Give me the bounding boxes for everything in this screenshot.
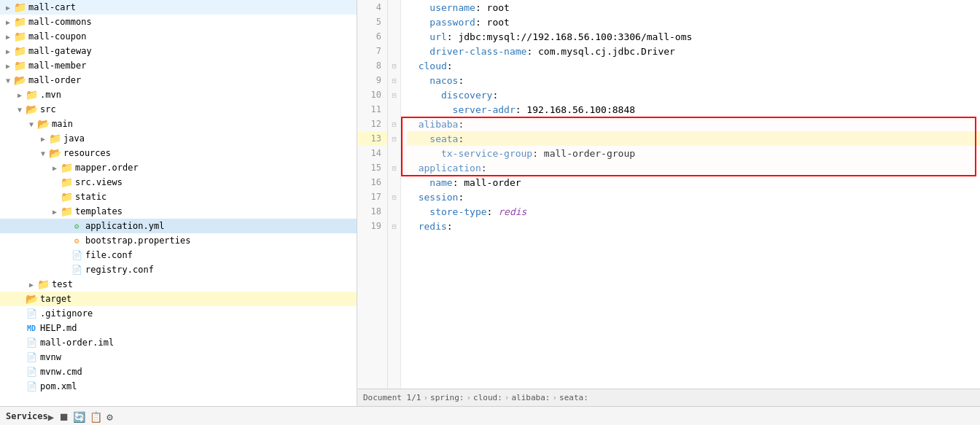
fold-cell (388, 15, 400, 29)
services-icons: ▶ ⏹ 🔄 📋 ⚙ (48, 411, 113, 423)
sidebar-item-pom-xml[interactable]: 📄 pom.xml (0, 379, 357, 394)
sidebar-item-label: file.conf (85, 250, 133, 260)
pom-file-icon: 📄 (25, 381, 38, 392)
breadcrumb-document: Document 1/1 (363, 393, 421, 402)
code-line-10: discovery: (407, 87, 980, 102)
fold-cell (388, 146, 400, 160)
code-line-4: username: root (407, 0, 980, 15)
breadcrumb-sep: › (423, 393, 428, 402)
sidebar-item-mall-order[interactable]: ▼ 📂 mall-order (0, 73, 357, 87)
sidebar-item-label: main (52, 119, 73, 129)
sidebar-item-label: mall-cart (28, 2, 76, 12)
expand-arrow: ▶ (26, 281, 36, 289)
code-line-8: cloud: (407, 58, 980, 73)
breadcrumb-sep: › (505, 393, 510, 402)
git-file-icon: 📄 (25, 308, 38, 319)
sidebar-item-label: .mvn (40, 90, 61, 100)
sidebar-item-main[interactable]: ▼ 📂 main (0, 117, 357, 131)
sidebar-item-label: test (52, 279, 73, 289)
service-icon-5: ⚙ (106, 411, 112, 423)
sidebar-item-mvn[interactable]: ▶ 📁 .mvn (0, 87, 357, 102)
fold-cell (388, 44, 400, 58)
line-num: 19 (357, 219, 387, 233)
mvnw-file-icon: 📄 (25, 351, 38, 363)
sidebar-item-label: target (40, 294, 71, 304)
sidebar-item-mvnw[interactable]: 📄 mvnw (0, 350, 357, 364)
fold-cell: ⊟ (388, 117, 400, 131)
code-line-7: driver-class-name: com.mysql.cj.jdbc.Dri… (407, 44, 980, 58)
fold-cell: ⊟ (388, 87, 400, 102)
sidebar-item-mall-gateway[interactable]: ▶ 📁 mall-gateway (0, 44, 357, 58)
folder-icon: 📁 (36, 278, 50, 290)
sidebar-item-file-conf[interactable]: 📄 file.conf (0, 248, 357, 262)
sidebar-item-label: src (40, 104, 56, 114)
iml-file-icon: 📄 (25, 337, 38, 348)
code-line-15: application: (407, 160, 980, 175)
sidebar-item-mapper-order[interactable]: ▶ 📁 mapper.order (0, 160, 357, 175)
sidebar-item-mall-order-iml[interactable]: 📄 mall-order.iml (0, 335, 357, 350)
sidebar-item-help-md[interactable]: MD HELP.md (0, 321, 357, 335)
folder-icon: 📁 (60, 206, 73, 217)
fold-cell: ⊟ (388, 73, 400, 87)
service-icon-4: 📋 (90, 411, 102, 423)
sidebar-item-label: mall-commons (28, 17, 92, 27)
line-numbers: 4 5 6 7 8 9 10 11 12 13 14 15 16 17 18 1… (357, 0, 388, 389)
expand-arrow: ▼ (15, 106, 25, 114)
sidebar-item-templates[interactable]: ▶ 📁 templates (0, 204, 357, 219)
folder-icon: 📂 (25, 293, 38, 305)
sidebar-item-label: mapper.order (75, 163, 139, 173)
props-file-icon: ⚙ (70, 235, 83, 246)
expand-arrow: ▶ (50, 164, 60, 172)
sidebar-item-mvnw-cmd[interactable]: 📄 mvnw.cmd (0, 364, 357, 379)
sidebar-item-test[interactable]: ▶ 📁 test (0, 277, 357, 292)
sidebar-item-label: java (63, 133, 85, 144)
code-line-18: store-type: redis (407, 204, 980, 219)
sidebar-item-mall-coupon[interactable]: ▶ 📁 mall-coupon (0, 29, 357, 44)
sidebar-item-src[interactable]: ▼ 📂 src (0, 102, 357, 117)
line-num: 17 (357, 190, 387, 204)
service-icon-3: 🔄 (73, 411, 85, 423)
code-line-5: password: root (407, 15, 980, 29)
expand-arrow: ▼ (26, 120, 36, 128)
sidebar-item-mall-member[interactable]: ▶ 📁 mall-member (0, 58, 357, 73)
sidebar-item-gitignore[interactable]: 📄 .gitignore (0, 306, 357, 321)
sidebar-item-label: pom.xml (40, 381, 77, 391)
folder-icon: 📂 (48, 147, 61, 159)
file-tree[interactable]: ▶ 📁 mall-cart ▶ 📁 mall-commons ▶ 📁 mall-… (0, 0, 357, 406)
code-line-9: nacos: (407, 73, 980, 87)
code-editor[interactable]: 4 5 6 7 8 9 10 11 12 13 14 15 16 17 18 1… (357, 0, 980, 406)
fold-cell: ⊟ (388, 190, 400, 204)
sidebar-item-bootstrap-properties[interactable]: ⚙ bootstrap.properties (0, 233, 357, 248)
code-content[interactable]: username: root password: root url: jdbc:… (401, 0, 980, 233)
breadcrumb-sep: › (552, 393, 557, 402)
sidebar-item-label: templates (75, 206, 122, 217)
breadcrumb-sep: › (466, 393, 471, 402)
sidebar-item-target[interactable]: 📂 target (0, 292, 357, 306)
sidebar-item-mall-cart[interactable]: ▶ 📁 mall-cart (0, 0, 357, 15)
sidebar-item-resources[interactable]: ▼ 📂 resources (0, 146, 357, 160)
line-num: 12 (357, 117, 387, 131)
sidebar-item-registry-conf[interactable]: 📄 registry.conf (0, 262, 357, 277)
conf-file-icon: 📄 (70, 264, 83, 276)
fold-cell: ⊟ (388, 160, 400, 175)
sidebar-item-label: .gitignore (40, 308, 93, 319)
services-bar: Services ▶ ⏹ 🔄 📋 ⚙ (0, 406, 980, 425)
code-line-6: url: jdbc:mysql://192.168.56.100:3306/ma… (407, 29, 980, 44)
expand-arrow: ▶ (15, 91, 25, 99)
sidebar-item-label: mall-member (28, 61, 86, 71)
sidebar-item-mall-commons[interactable]: ▶ 📁 mall-commons (0, 15, 357, 29)
sidebar-item-java[interactable]: ▶ 📁 java (0, 131, 357, 146)
fold-cell: ⊟ (388, 219, 400, 233)
line-num: 9 (357, 73, 387, 87)
sidebar-item-application-yml[interactable]: ⚙ application.yml (0, 219, 357, 233)
sidebar-item-label: mvnw.cmd (40, 367, 82, 377)
code-line-17: session: (407, 190, 980, 204)
conf-file-icon: 📄 (70, 249, 83, 261)
line-num: 11 (357, 102, 387, 117)
sidebar-item-static[interactable]: 📁 static (0, 190, 357, 204)
sidebar-item-label: mall-coupon (28, 31, 86, 42)
breadcrumb-alibaba: alibaba: (511, 393, 550, 402)
sidebar-item-label: registry.conf (85, 265, 154, 275)
sidebar-item-src-views[interactable]: 📁 src.views (0, 175, 357, 190)
sidebar-item-label: mall-gateway (28, 46, 92, 56)
